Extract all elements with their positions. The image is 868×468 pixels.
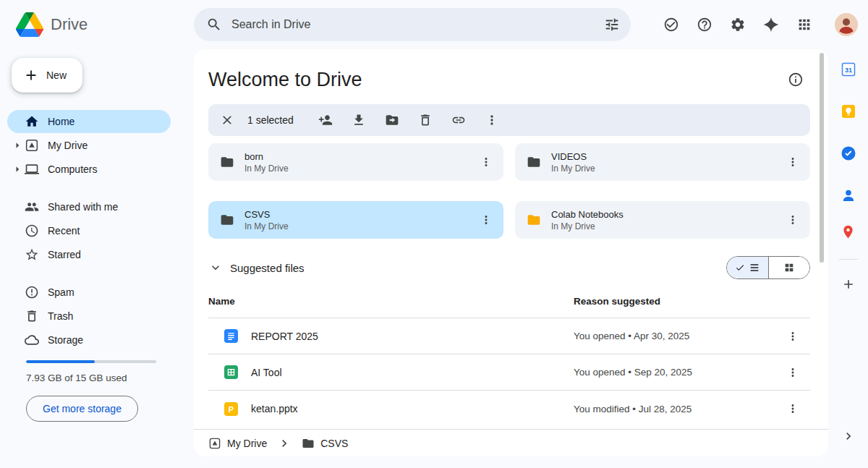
storage-progress-bar xyxy=(26,360,156,363)
app-title: Drive xyxy=(51,15,88,34)
spam-icon xyxy=(25,285,39,299)
calendar-icon[interactable]: 31 xyxy=(834,55,863,84)
trash-icon xyxy=(25,309,39,323)
expand-chevron-icon[interactable] xyxy=(10,139,25,152)
file-name: ketan.pptx xyxy=(251,403,298,414)
folder-card-csvs[interactable]: CSVS In My Drive xyxy=(208,201,503,239)
file-reason: You modified • Jul 28, 2025 xyxy=(574,404,775,414)
folder-more-options-button[interactable] xyxy=(472,148,501,176)
file-row-report-2025[interactable]: REPORT 2025 You opened • Apr 30, 2025 xyxy=(208,318,810,354)
contacts-icon[interactable] xyxy=(834,181,863,210)
settings-gear-icon[interactable] xyxy=(723,10,752,39)
folder-icon-yellow xyxy=(527,213,541,227)
suggested-files-collapse[interactable]: Suggested files xyxy=(208,260,305,275)
sidebar-item-recent[interactable]: Recent xyxy=(7,219,171,242)
sidebar-item-storage[interactable]: Storage xyxy=(7,328,171,352)
file-more-options-button[interactable] xyxy=(780,323,806,349)
folder-card-born[interactable]: born In My Drive xyxy=(208,143,503,181)
sidebar-item-label: Home xyxy=(48,116,75,127)
sidebar-item-label: Recent xyxy=(48,225,80,237)
new-button[interactable]: New xyxy=(12,58,82,93)
nav-group-gap xyxy=(0,267,185,280)
copy-link-icon[interactable] xyxy=(446,107,472,133)
folder-more-options-button[interactable] xyxy=(778,148,807,176)
folder-name: born xyxy=(244,151,289,162)
more-options-icon[interactable] xyxy=(479,107,505,133)
info-icon[interactable] xyxy=(781,65,810,94)
file-row-ketan-pptx[interactable]: P ketan.pptx You modified • Jul 28, 2025 xyxy=(208,391,810,427)
folder-name: Colab Notebooks xyxy=(551,209,624,220)
gemini-sparkle-icon[interactable] xyxy=(757,10,786,39)
file-row-ai-tool[interactable]: AI Tool You opened • Sep 20, 2025 xyxy=(208,354,810,391)
download-icon[interactable] xyxy=(346,107,372,133)
column-header-reason[interactable]: Reason suggested xyxy=(574,296,775,307)
account-avatar[interactable] xyxy=(832,10,861,39)
offline-check-circle-icon[interactable] xyxy=(657,10,686,39)
google-drive-app: Drive xyxy=(0,0,868,468)
breadcrumb-my-drive[interactable]: My Drive xyxy=(208,437,267,450)
sidebar-item-label: Starred xyxy=(48,249,81,260)
sidebar-item-my-drive[interactable]: My Drive xyxy=(7,134,171,157)
list-view-button[interactable] xyxy=(727,257,768,278)
search-input[interactable] xyxy=(229,18,597,31)
google-docs-file-icon xyxy=(224,329,238,343)
folder-card-colab-notebooks[interactable]: Colab Notebooks In My Drive xyxy=(515,201,810,239)
drive-home-link[interactable]: Drive xyxy=(0,12,185,37)
search-icon[interactable] xyxy=(200,10,229,39)
file-more-options-button[interactable] xyxy=(780,396,806,422)
sidebar-item-spam[interactable]: Spam xyxy=(7,281,171,304)
keep-icon[interactable] xyxy=(834,97,863,126)
folder-more-options-button[interactable] xyxy=(778,205,807,234)
clock-icon xyxy=(25,224,39,238)
breadcrumb-csvs[interactable]: CSVS xyxy=(302,437,348,450)
main-scroll-area: Welcome to Drive 1 selected xyxy=(194,49,828,429)
check-icon xyxy=(735,263,745,273)
file-more-options-button[interactable] xyxy=(780,359,806,386)
cloud-icon xyxy=(25,333,39,347)
show-side-panel-chevron-icon[interactable] xyxy=(834,422,863,451)
folder-more-options-button[interactable] xyxy=(472,205,501,234)
move-to-folder-icon[interactable] xyxy=(379,107,405,133)
sidebar-item-starred[interactable]: Starred xyxy=(7,243,171,266)
trash-icon[interactable] xyxy=(412,107,438,133)
google-sheets-file-icon xyxy=(224,365,238,379)
tasks-icon[interactable] xyxy=(834,139,863,168)
help-icon[interactable] xyxy=(690,10,719,39)
folder-card-videos[interactable]: VIDEOS In My Drive xyxy=(515,143,810,181)
folder-meta: Colab Notebooks In My Drive xyxy=(551,209,624,231)
sidebar-item-trash[interactable]: Trash xyxy=(7,305,171,328)
folder-icon xyxy=(527,155,541,169)
get-addons-plus-icon[interactable] xyxy=(834,270,863,299)
share-add-person-icon[interactable] xyxy=(312,107,339,133)
content-row: New Home My Drive Computers xyxy=(0,49,868,468)
file-name: REPORT 2025 xyxy=(251,331,318,342)
clear-selection-close-icon[interactable] xyxy=(214,107,240,133)
main-content: Welcome to Drive 1 selected xyxy=(194,49,828,456)
expand-chevron-icon[interactable] xyxy=(10,163,25,176)
search-bar[interactable] xyxy=(194,8,631,41)
scrollbar-thumb[interactable] xyxy=(820,53,824,263)
plus-icon xyxy=(23,67,39,83)
apps-grid-icon[interactable] xyxy=(790,10,819,39)
grid-view-button[interactable] xyxy=(768,257,809,278)
search-filters-icon[interactable] xyxy=(597,10,626,39)
file-name: AI Tool xyxy=(251,367,282,378)
table-header: Name Reason suggested xyxy=(208,285,810,318)
sidebar-item-home[interactable]: Home xyxy=(7,110,171,133)
list-view-icon xyxy=(749,262,760,273)
storage-section: 7.93 GB of 15 GB used Get more storage xyxy=(0,360,185,422)
grid-view-icon xyxy=(783,262,795,273)
folder-icon xyxy=(302,437,315,450)
topbar-actions xyxy=(631,10,868,39)
home-icon xyxy=(25,114,39,129)
get-more-storage-button[interactable]: Get more storage xyxy=(26,396,138,422)
column-header-name[interactable]: Name xyxy=(208,296,574,307)
file-name-cell: REPORT 2025 xyxy=(208,329,574,343)
sidebar-item-computers[interactable]: Computers xyxy=(7,158,171,181)
suggested-files-header: Suggested files xyxy=(208,256,810,279)
maps-icon[interactable] xyxy=(834,217,863,246)
sidebar-item-shared-with-me[interactable]: Shared with me xyxy=(7,195,171,218)
file-reason: You opened • Sep 20, 2025 xyxy=(574,367,775,378)
folder-icon xyxy=(220,155,234,169)
nav-group-gap xyxy=(0,182,185,195)
